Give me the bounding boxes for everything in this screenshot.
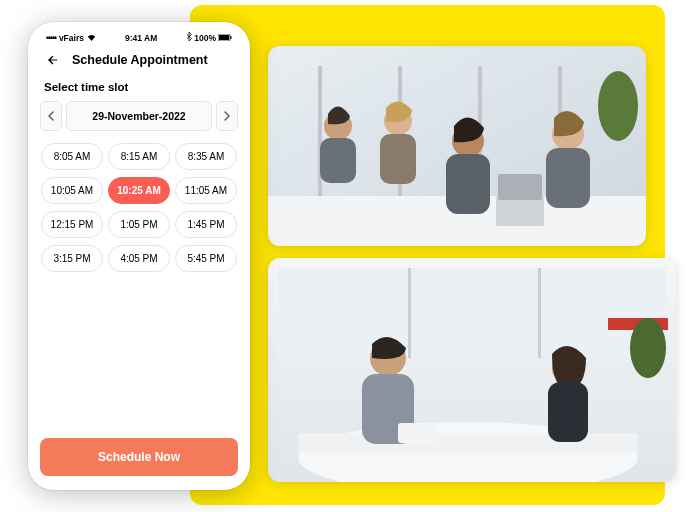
- time-slot[interactable]: 8:15 AM: [108, 143, 170, 170]
- back-button[interactable]: [44, 51, 62, 69]
- time-slot[interactable]: 8:35 AM: [175, 143, 237, 170]
- time-slot[interactable]: 1:45 PM: [175, 211, 237, 238]
- time-slot[interactable]: 10:05 AM: [41, 177, 103, 204]
- time-slot[interactable]: 1:05 PM: [108, 211, 170, 238]
- time-slot-grid: 8:05 AM8:15 AM8:35 AM10:05 AM10:25 AM11:…: [40, 143, 238, 272]
- wifi-icon: [87, 33, 96, 43]
- section-label: Select time slot: [40, 79, 238, 101]
- svg-rect-31: [219, 35, 229, 40]
- date-display[interactable]: 29-November-2022: [66, 101, 212, 131]
- time-slot[interactable]: 5:45 PM: [175, 245, 237, 272]
- svg-rect-29: [548, 382, 588, 442]
- status-bar: ••••• vFairs 9:41 AM 100%: [40, 30, 238, 47]
- time-slot[interactable]: 3:15 PM: [41, 245, 103, 272]
- time-slot[interactable]: 12:15 PM: [41, 211, 103, 238]
- svg-rect-24: [298, 433, 638, 453]
- bluetooth-icon: [186, 32, 192, 43]
- illustration-photo-bottom: [268, 258, 676, 482]
- schedule-button[interactable]: Schedule Now: [40, 438, 238, 476]
- time-slot[interactable]: 4:05 PM: [108, 245, 170, 272]
- page-title: Schedule Appointment: [72, 53, 208, 67]
- svg-rect-12: [446, 154, 490, 214]
- svg-rect-20: [538, 268, 541, 358]
- svg-rect-19: [408, 268, 411, 358]
- svg-rect-18: [278, 268, 666, 358]
- svg-rect-10: [380, 134, 416, 184]
- svg-rect-27: [398, 423, 438, 443]
- svg-rect-8: [320, 138, 356, 183]
- date-prev-button[interactable]: [40, 101, 62, 131]
- svg-rect-15: [496, 196, 544, 226]
- illustration-photo-top: [268, 46, 646, 246]
- svg-point-22: [630, 318, 666, 378]
- svg-rect-14: [546, 148, 590, 208]
- date-next-button[interactable]: [216, 101, 238, 131]
- time-slot[interactable]: 8:05 AM: [41, 143, 103, 170]
- time-slot[interactable]: 11:05 AM: [175, 177, 237, 204]
- date-selector: 29-November-2022: [40, 101, 238, 131]
- status-time: 9:41 AM: [125, 33, 157, 43]
- svg-rect-32: [230, 36, 231, 39]
- signal-icon: •••••: [46, 33, 56, 43]
- time-slot[interactable]: 10:25 AM: [108, 177, 170, 204]
- svg-point-6: [598, 71, 638, 141]
- battery-icon: [218, 33, 232, 43]
- phone-mockup: ••••• vFairs 9:41 AM 100% Schedule Appoi…: [28, 22, 250, 490]
- svg-rect-16: [498, 174, 542, 200]
- battery-label: 100%: [194, 33, 216, 43]
- carrier-label: vFairs: [59, 33, 84, 43]
- screen-header: Schedule Appointment: [40, 47, 238, 79]
